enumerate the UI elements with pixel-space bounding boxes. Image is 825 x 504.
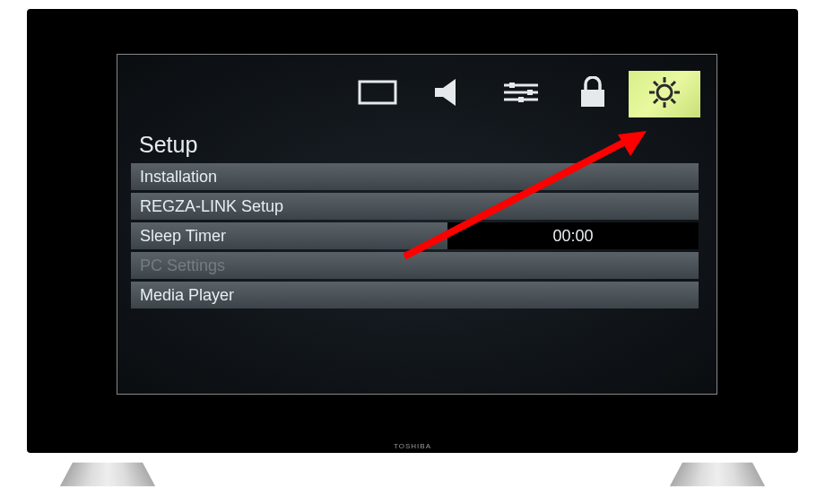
- menu-value: 00:00: [447, 222, 699, 249]
- tab-setup[interactable]: [629, 71, 700, 117]
- gear-icon: [647, 74, 682, 114]
- menu-label: PC Settings: [131, 252, 699, 279]
- svg-rect-2: [509, 83, 515, 88]
- menu-label: Installation: [131, 163, 699, 190]
- speaker-icon: [432, 77, 466, 111]
- svg-point-8: [657, 85, 672, 100]
- menu-label: Media Player: [131, 282, 699, 308]
- svg-rect-7: [581, 90, 604, 107]
- menu-item-installation[interactable]: Installation: [131, 163, 699, 190]
- menu-item-regza-link[interactable]: REGZA-LINK Setup: [131, 193, 699, 220]
- tv-brand-logo: TOSHIBA: [394, 442, 431, 450]
- tv-frame: TOSHIBA: [27, 9, 798, 453]
- menu-label: REGZA-LINK Setup: [131, 193, 699, 220]
- tab-bar: [117, 55, 716, 126]
- svg-line-13: [654, 82, 658, 86]
- tab-picture[interactable]: [342, 71, 413, 117]
- lock-icon: [578, 76, 607, 112]
- menu-item-media-player[interactable]: Media Player: [131, 282, 699, 308]
- svg-rect-0: [360, 82, 395, 103]
- sliders-icon: [502, 79, 540, 109]
- menu-label: Sleep Timer: [131, 222, 447, 249]
- svg-rect-4: [527, 90, 533, 95]
- tv-screen: Setup Installation REGZA-LINK Setup Slee…: [117, 54, 717, 395]
- svg-line-16: [672, 82, 676, 86]
- svg-rect-6: [518, 97, 524, 102]
- menu-item-sleep-timer[interactable]: Sleep Timer 00:00: [131, 222, 699, 249]
- tab-options[interactable]: [485, 71, 557, 117]
- menu-item-pc-settings: PC Settings: [131, 252, 699, 279]
- tv-stand-left: [60, 463, 155, 486]
- tv-stand-right: [670, 463, 765, 486]
- tab-sound[interactable]: [413, 71, 485, 117]
- svg-line-15: [654, 100, 658, 104]
- section-title: Setup: [117, 126, 716, 163]
- setup-menu: Installation REGZA-LINK Setup Sleep Time…: [117, 163, 716, 308]
- tab-lock[interactable]: [557, 71, 629, 117]
- display-icon: [358, 78, 397, 110]
- svg-line-14: [672, 100, 676, 104]
